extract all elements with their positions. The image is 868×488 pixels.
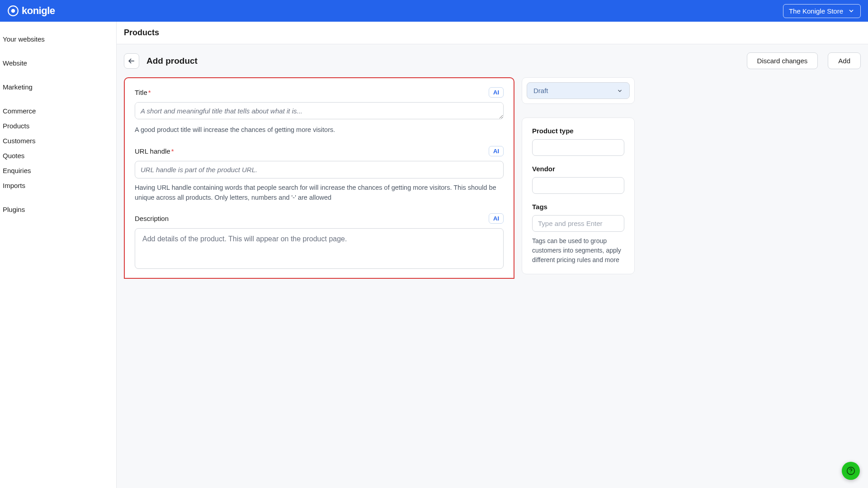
brand-logo[interactable]: konigle bbox=[7, 5, 55, 17]
page-action-bar: Add product Discard changes Add bbox=[117, 44, 868, 72]
sidebar-item-products[interactable]: Products bbox=[3, 119, 113, 132]
description-field: Description AI Add details of the produc… bbox=[135, 213, 504, 269]
url-input[interactable] bbox=[135, 161, 504, 178]
store-name: The Konigle Store bbox=[789, 7, 843, 15]
top-bar: konigle The Konigle Store bbox=[0, 0, 868, 22]
store-switcher[interactable]: The Konigle Store bbox=[783, 4, 861, 18]
title-input[interactable] bbox=[135, 102, 504, 119]
sidebar-heading-websites: Your websites bbox=[3, 33, 113, 46]
product-type-label: Product type bbox=[532, 127, 624, 135]
product-details-card: Title* AI A good product title will incr… bbox=[124, 77, 514, 279]
chevron-down-icon bbox=[617, 88, 623, 94]
url-hint: Having URL handle containing words that … bbox=[135, 183, 504, 203]
sidebar-item-website[interactable]: Website bbox=[3, 56, 113, 70]
sidebar-item-enquiries[interactable]: Enquiries bbox=[3, 164, 113, 177]
url-field: URL handle* AI Having URL handle contain… bbox=[135, 146, 504, 203]
page-subtitle: Add product bbox=[146, 56, 198, 66]
description-label: Description bbox=[135, 215, 169, 222]
sidebar-item-commerce[interactable]: Commerce bbox=[3, 104, 113, 117]
back-button[interactable] bbox=[124, 53, 139, 69]
meta-card: Product type Vendor Tags Tags can be use… bbox=[522, 117, 635, 274]
arrow-left-icon bbox=[127, 56, 136, 66]
sidebar-item-plugins[interactable]: Plugins bbox=[3, 203, 113, 216]
status-card: Draft bbox=[522, 77, 635, 104]
brand-name: konigle bbox=[22, 5, 55, 17]
description-editor[interactable]: Add details of the product. This will ap… bbox=[135, 228, 504, 269]
add-button[interactable]: Add bbox=[828, 52, 861, 69]
sidebar: Your websites Website Marketing Commerce… bbox=[0, 22, 117, 488]
page-title-bar: Products bbox=[117, 22, 868, 44]
svg-point-4 bbox=[850, 473, 851, 473]
main-content: Products Add product Discard changes Add bbox=[117, 22, 868, 488]
help-icon bbox=[846, 466, 856, 476]
sidebar-item-marketing[interactable]: Marketing bbox=[3, 80, 113, 94]
svg-point-1 bbox=[11, 9, 15, 13]
sidebar-item-imports[interactable]: Imports bbox=[3, 179, 113, 192]
tags-label: Tags bbox=[532, 203, 624, 211]
tags-hint: Tags can be used to group customers into… bbox=[532, 236, 624, 265]
tags-input[interactable] bbox=[532, 215, 624, 232]
title-hint: A good product title will increase the c… bbox=[135, 125, 504, 135]
product-type-input[interactable] bbox=[532, 139, 624, 156]
title-ai-button[interactable]: AI bbox=[489, 87, 504, 98]
description-ai-button[interactable]: AI bbox=[489, 213, 504, 224]
title-label: Title* bbox=[135, 89, 151, 96]
chevron-down-icon bbox=[848, 7, 855, 14]
vendor-field: Vendor bbox=[532, 165, 624, 194]
title-field: Title* AI A good product title will incr… bbox=[135, 87, 504, 135]
page-title: Products bbox=[124, 28, 159, 38]
help-fab[interactable] bbox=[842, 462, 860, 480]
vendor-label: Vendor bbox=[532, 165, 624, 173]
url-ai-button[interactable]: AI bbox=[489, 146, 504, 156]
product-type-field: Product type bbox=[532, 127, 624, 156]
vendor-input[interactable] bbox=[532, 177, 624, 194]
status-value: Draft bbox=[533, 87, 548, 94]
status-select[interactable]: Draft bbox=[527, 82, 630, 99]
logo-icon bbox=[7, 5, 19, 17]
sidebar-item-customers[interactable]: Customers bbox=[3, 134, 113, 147]
discard-button[interactable]: Discard changes bbox=[747, 52, 818, 69]
url-label: URL handle* bbox=[135, 147, 174, 155]
sidebar-item-quotes[interactable]: Quotes bbox=[3, 149, 113, 162]
tags-field: Tags Tags can be used to group customers… bbox=[532, 203, 624, 265]
